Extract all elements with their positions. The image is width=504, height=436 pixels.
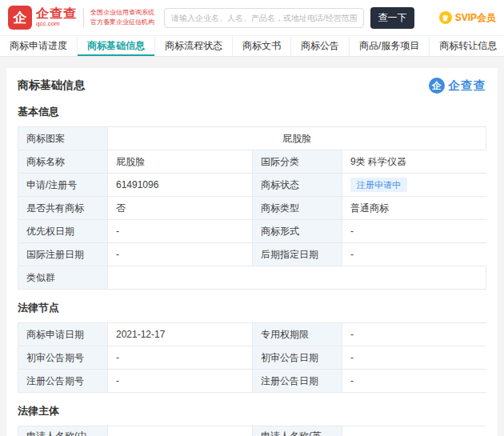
tab-item-3[interactable]: 商标流程状态 [155,36,233,56]
field-label: 申请人名称(中文) [18,426,108,436]
field-label: 国际注册日期 [18,243,108,266]
section: 法律主体申请人名称(中文)盒马（中国）有限公司申请人名称(英文)- [18,404,486,436]
field-label: 商标申请日期 [18,323,108,346]
field-value: 注册申请中 [342,174,487,196]
section-title: 法律主体 [18,404,486,418]
qcc-watermark-logo: 企 企查查 [429,78,486,94]
logo-title: 企查查 [36,7,77,21]
tab-item-2[interactable]: 商标基础信息 [78,36,155,56]
svip-label: SVIP会员 [455,11,496,25]
page-title: 商标基础信息 [18,78,85,93]
field-value: - [342,346,487,369]
field-value: - [342,426,487,436]
field-value [108,266,486,289]
field-label: 后期指定日期 [253,243,342,266]
tab-item-1[interactable]: 商标申请进度 [0,36,78,56]
table-row: 申请/注册号61491096商标状态注册申请中 [18,174,486,197]
field-value: - [108,220,253,242]
field-value: - [342,370,487,392]
field-label: 商标图案 [18,127,108,150]
field-value: - [342,220,487,242]
table-row: 国际注册日期-后期指定日期- [18,243,486,266]
svip-entry[interactable]: ♛ SVIP会员 [439,11,496,25]
field-value: 屁股脸 [108,150,253,173]
top-header: 企 企查查 qcc.com 全国企业信用查询系统 官方备案企业征信机构 查一下 … [0,0,504,35]
table-row: 类似群 [18,266,486,290]
field-label: 注册公告期号 [18,370,108,392]
field-label: 初审公告日期 [253,346,342,369]
field-label: 优先权日期 [18,220,108,242]
tab-item-5[interactable]: 商标公告 [291,36,350,56]
crown-icon: ♛ [439,11,452,24]
field-value: - [108,346,253,369]
info-table: 商标申请日期2021-12-17专用权期限-初审公告期号-初审公告日期-注册公告… [18,322,486,393]
header-slogan: 全国企业信用查询系统 官方备案企业征信机构 [83,8,154,27]
field-value: - [342,323,487,346]
section: 基本信息商标图案屁股脸商标名称屁股脸国际分类9类 科学仪器申请/注册号61491… [18,105,486,290]
field-label: 商标形式 [253,220,342,242]
field-label: 商标名称 [18,150,108,173]
tab-item-7[interactable]: 商标转让信息 [430,36,504,56]
field-value: - [108,370,253,392]
field-label: 申请人名称(英文) [253,426,342,436]
table-row: 商标图案屁股脸 [18,127,486,150]
qcc-logo[interactable]: 企 企查查 qcc.com [8,6,77,30]
field-label: 注册公告日期 [253,370,342,392]
sections-root: 基本信息商标图案屁股脸商标名称屁股脸国际分类9类 科学仪器申请/注册号61491… [18,105,486,436]
field-label: 专用权期限 [253,323,342,346]
search-bar: 查一下 [164,7,414,29]
table-row: 注册公告期号-注册公告日期- [18,370,486,393]
field-value: 盒马（中国）有限公司 [108,426,253,436]
table-row: 申请人名称(中文)盒马（中国）有限公司申请人名称(英文)- [18,426,486,436]
field-label: 申请/注册号 [18,174,108,196]
table-row: 优先权日期-商标形式- [18,220,486,243]
table-row: 初审公告期号-初审公告日期- [18,346,486,370]
qcc-watermark-text: 企查查 [448,78,486,94]
field-value: 9类 科学仪器 [342,150,487,173]
section: 法律节点商标申请日期2021-12-17专用权期限-初审公告期号-初审公告日期-… [18,301,486,393]
table-row: 商标名称屁股脸国际分类9类 科学仪器 [18,150,486,174]
field-value: 普通商标 [342,197,487,219]
qcc-logo-text: 企查查 qcc.com [36,7,77,27]
field-label: 商标状态 [253,174,342,196]
qcc-watermark-icon: 企 [429,78,445,94]
field-value: - [342,243,487,266]
tab-bar: 商标申请进度商标基础信息商标流程状态商标文书商标公告商品/服务项目商标转让信息 [0,35,504,57]
status-badge: 注册申请中 [350,178,407,192]
qcc-logo-icon: 企 [8,6,32,30]
slogan-line-2: 官方备案企业征信机构 [90,18,154,27]
logo-subtitle: qcc.com [36,21,77,27]
section-title: 法律节点 [18,301,486,315]
section-title: 基本信息 [18,105,486,119]
field-label: 商标类型 [253,197,342,219]
table-row: 是否共有商标否商标类型普通商标 [18,197,486,220]
search-button[interactable]: 查一下 [370,7,414,29]
table-row: 商标申请日期2021-12-17专用权期限- [18,323,486,346]
tab-item-6[interactable]: 商品/服务项目 [350,36,430,56]
tab-item-4[interactable]: 商标文书 [233,36,291,56]
field-label: 初审公告期号 [18,346,108,369]
field-value: 61491096 [108,174,253,196]
field-label: 是否共有商标 [18,197,108,219]
field-value: 否 [108,197,253,219]
field-value: 2021-12-17 [108,323,253,346]
field-value: 屁股脸 [108,127,486,150]
slogan-line-1: 全国企业信用查询系统 [90,8,154,18]
field-value: - [108,243,253,266]
card-header: 商标基础信息 企 企查查 [18,78,486,94]
trademark-info-card: 商标基础信息 企 企查查 基本信息商标图案屁股脸商标名称屁股脸国际分类9类 科学… [6,68,498,436]
search-input[interactable] [164,8,364,28]
info-table: 申请人名称(中文)盒马（中国）有限公司申请人名称(英文)- [18,426,486,436]
info-table: 商标图案屁股脸商标名称屁股脸国际分类9类 科学仪器申请/注册号61491096商… [18,126,486,290]
field-label: 国际分类 [253,150,342,173]
field-label: 类似群 [18,266,108,289]
